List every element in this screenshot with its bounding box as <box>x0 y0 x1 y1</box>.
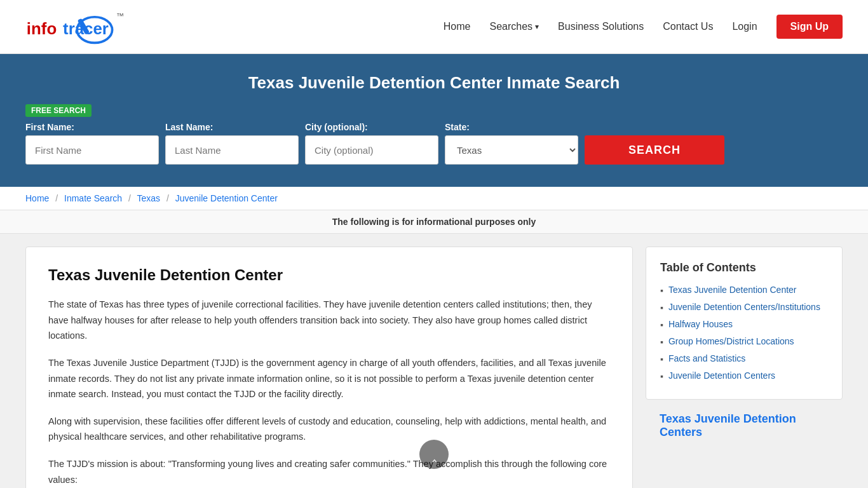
article-para-1: The state of Texas has three types of ju… <box>48 297 610 344</box>
city-input[interactable] <box>305 135 438 165</box>
toc-link[interactable]: Juvenile Detention Centers <box>668 370 775 381</box>
breadcrumb-inmate-search[interactable]: Inmate Search <box>64 193 122 203</box>
breadcrumb-texas[interactable]: Texas <box>137 193 161 203</box>
last-name-input[interactable] <box>165 135 299 165</box>
hero-title: Texas Juvenile Detention Center Inmate S… <box>25 73 843 93</box>
searches-chevron-icon: ▾ <box>535 22 539 31</box>
toc-list-item: Juvenile Detention Centers/Institutions <box>660 302 828 313</box>
info-bar-text: The following is for informational purpo… <box>332 217 536 227</box>
info-bar: The following is for informational purpo… <box>0 210 868 234</box>
breadcrumb-home[interactable]: Home <box>25 193 49 203</box>
city-group: City (optional): <box>305 122 438 165</box>
toc-link[interactable]: Group Homes/District Locations <box>668 336 794 346</box>
article-para-2: The Texas Juvenile Justice Department (T… <box>48 355 610 402</box>
toc-list-item: Texas Juvenile Detention Center <box>660 285 828 295</box>
toc-list-item: Juvenile Detention Centers <box>660 370 828 381</box>
city-label: City (optional): <box>305 122 438 132</box>
scroll-up-button[interactable]: ‸ <box>419 440 449 469</box>
sidebar: Table of Contents Texas Juvenile Detenti… <box>646 247 843 488</box>
toc-list-item: Group Homes/District Locations <box>660 336 828 347</box>
header: info tracer ™ Home Searches ▾ Business S… <box>0 0 868 54</box>
nav-home[interactable]: Home <box>444 21 471 32</box>
last-name-group: Last Name: <box>165 122 299 165</box>
first-name-input[interactable] <box>25 135 159 165</box>
nav-searches[interactable]: Searches ▾ <box>489 21 539 32</box>
article: Texas Juvenile Detention Center The stat… <box>25 247 633 488</box>
toc-link[interactable]: Juvenile Detention Centers/Institutions <box>668 302 820 312</box>
toc-title: Table of Contents <box>660 261 828 274</box>
toc-link[interactable]: Halfway Houses <box>668 319 733 329</box>
svg-text:™: ™ <box>116 11 124 20</box>
breadcrumb-sep-1: / <box>55 193 58 203</box>
toc-link[interactable]: Texas Juvenile Detention Center <box>668 285 797 295</box>
toc-list-item: Halfway Houses <box>660 319 828 330</box>
search-button[interactable]: SEARCH <box>585 135 724 165</box>
toc-list-item: Facts and Statistics <box>660 353 828 364</box>
state-select[interactable]: AlabamaAlaskaArizonaArkansasCaliforniaCo… <box>445 135 578 165</box>
article-title: Texas Juvenile Detention Center <box>48 266 610 284</box>
state-label: State: <box>445 122 578 132</box>
breadcrumb: Home / Inmate Search / Texas / Juvenile … <box>0 187 868 210</box>
free-search-badge: FREE SEARCH <box>25 104 92 117</box>
breadcrumb-sep-3: / <box>166 193 169 203</box>
search-form: First Name: Last Name: City (optional): … <box>25 122 843 165</box>
hero-section: Texas Juvenile Detention Center Inmate S… <box>0 54 868 187</box>
svg-text:tracer: tracer <box>63 20 109 37</box>
first-name-group: First Name: <box>25 122 159 165</box>
article-para-4: The TJJD's mission is about: "Transformi… <box>48 456 610 487</box>
first-name-label: First Name: <box>25 122 159 132</box>
state-group: State: AlabamaAlaskaArizonaArkansasCalif… <box>445 122 578 165</box>
toc-list: Texas Juvenile Detention CenterJuvenile … <box>660 285 828 381</box>
logo-area: info tracer ™ <box>25 8 143 46</box>
nav-contact-us[interactable]: Contact Us <box>663 21 713 32</box>
toc-link[interactable]: Facts and Statistics <box>668 353 745 363</box>
article-para-3: Along with supervision, these facilities… <box>48 414 610 445</box>
table-of-contents: Table of Contents Texas Juvenile Detenti… <box>646 247 843 400</box>
main-nav: Home Searches ▾ Business Solutions Conta… <box>444 15 843 39</box>
logo-image: info tracer ™ <box>25 8 143 46</box>
svg-text:info: info <box>27 20 57 37</box>
nav-signup[interactable]: Sign Up <box>776 15 843 39</box>
last-name-label: Last Name: <box>165 122 299 132</box>
breadcrumb-sep-2: / <box>128 193 131 203</box>
breadcrumb-juvenile-detention[interactable]: Juvenile Detention Center <box>175 193 278 203</box>
nav-login[interactable]: Login <box>732 21 757 32</box>
nav-business-solutions[interactable]: Business Solutions <box>558 21 644 32</box>
sidebar-section-title: Texas Juvenile Detention Centers <box>646 412 843 439</box>
scroll-up-icon: ‸ <box>432 446 437 463</box>
